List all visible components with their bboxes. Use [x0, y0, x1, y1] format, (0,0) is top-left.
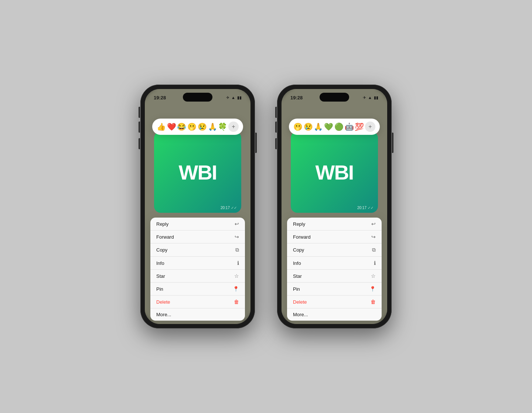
star-icon-right: ☆: [371, 273, 376, 279]
phone-left-screen: 19:28 ✈ ▲ ▮▮ 👍 ❤️ 😂 🫢 😢 🙏 🍀 + WBI 20:17: [145, 89, 250, 324]
emoji-thumbsup[interactable]: 👍: [157, 122, 166, 131]
delete-label-left: Delete: [156, 299, 170, 305]
reply-label-right: Reply: [293, 221, 305, 227]
wifi-icon: ▲: [231, 95, 235, 100]
time-right: 19:28: [290, 95, 303, 100]
emoji-plus-left[interactable]: +: [228, 122, 239, 132]
menu-delete-left[interactable]: Delete 🗑: [150, 296, 245, 308]
pin-label-right: Pin: [293, 286, 300, 292]
wbi-logo-left: WBI: [179, 160, 217, 184]
copy-icon-right: ⧉: [372, 247, 376, 253]
more-label-right: More...: [293, 312, 308, 317]
airplane-icon: ✈: [226, 95, 229, 100]
emoji-green-heart-right[interactable]: 💚: [324, 122, 333, 131]
menu-copy-left[interactable]: Copy ⧉: [150, 243, 245, 257]
star-label-left: Star: [156, 273, 165, 279]
delete-icon-right: 🗑: [371, 299, 376, 305]
phone-left: 19:28 ✈ ▲ ▮▮ 👍 ❤️ 😂 🫢 😢 🙏 🍀 + WBI 20:17: [140, 85, 255, 328]
emoji-cry-right[interactable]: 😢: [304, 122, 313, 131]
emoji-clover[interactable]: 🍀: [218, 122, 227, 131]
pin-label-left: Pin: [156, 286, 163, 292]
menu-forward-right[interactable]: Forward ↪: [287, 231, 382, 243]
pin-icon-right: 📍: [369, 286, 376, 292]
battery-icon-right: ▮▮: [374, 95, 378, 100]
info-icon-left: ℹ: [237, 260, 239, 266]
forward-icon-left: ↪: [235, 234, 239, 240]
wbi-sticker-right: WBI 20:17 ✓✓: [291, 132, 378, 213]
emoji-surprised[interactable]: 🫢: [187, 122, 197, 131]
emoji-green-circle-right[interactable]: 🟢: [334, 122, 344, 131]
emoji-laugh[interactable]: 😂: [177, 122, 186, 131]
reply-icon-left: ↩: [235, 221, 239, 227]
menu-more-left[interactable]: More...: [150, 308, 245, 321]
airplane-icon-right: ✈: [363, 95, 366, 100]
emoji-pray-right[interactable]: 🙏: [314, 122, 323, 131]
menu-star-left[interactable]: Star ☆: [150, 270, 245, 283]
emoji-robot-right[interactable]: 🤖: [345, 122, 354, 131]
delete-label-right: Delete: [293, 299, 307, 305]
menu-delete-right[interactable]: Delete 🗑: [287, 296, 382, 308]
dynamic-island-left: [183, 93, 212, 102]
checkmarks-right: ✓✓: [368, 206, 374, 210]
menu-pin-left[interactable]: Pin 📍: [150, 283, 245, 296]
message-bubble-right: WBI 20:17 ✓✓: [291, 132, 378, 213]
emoji-100-right[interactable]: 💯: [355, 122, 364, 131]
wbi-logo-right: WBI: [316, 160, 354, 184]
copy-icon-left: ⧉: [235, 247, 239, 253]
emoji-heart[interactable]: ❤️: [167, 122, 176, 131]
message-time-right: 20:17 ✓✓: [357, 206, 374, 210]
forward-label-right: Forward: [293, 234, 311, 240]
emoji-bar-right[interactable]: 🫢 😢 🙏 💚 🟢 🤖 💯 +: [289, 119, 380, 135]
info-label-right: Info: [293, 260, 301, 266]
context-menu-left: Reply ↩ Forward ↪ Copy ⧉ Info ℹ Star ☆ P…: [150, 218, 245, 321]
star-icon-left: ☆: [234, 273, 239, 279]
menu-info-left[interactable]: Info ℹ: [150, 257, 245, 270]
menu-info-right[interactable]: Info ℹ: [287, 257, 382, 270]
pin-icon-left: 📍: [233, 286, 239, 292]
reply-label-left: Reply: [156, 221, 168, 227]
status-icons-right: ✈ ▲ ▮▮: [363, 95, 378, 100]
message-bubble-left: WBI 20:17 ✓✓: [154, 132, 241, 213]
menu-copy-right[interactable]: Copy ⧉: [287, 243, 382, 257]
emoji-plus-right[interactable]: +: [365, 122, 375, 132]
more-label-left: More...: [156, 312, 171, 317]
emoji-cry[interactable]: 😢: [198, 122, 207, 131]
star-label-right: Star: [293, 273, 302, 279]
context-menu-right: Reply ↩ Forward ↪ Copy ⧉ Info ℹ Star ☆ P…: [287, 218, 382, 321]
checkmarks-left: ✓✓: [231, 206, 237, 210]
emoji-bar-left[interactable]: 👍 ❤️ 😂 🫢 😢 🙏 🍀 +: [152, 119, 243, 135]
copy-label-left: Copy: [156, 247, 167, 253]
menu-forward-left[interactable]: Forward ↪: [150, 231, 245, 243]
reply-icon-right: ↩: [371, 221, 376, 227]
emoji-surprised-right[interactable]: 🫢: [293, 122, 303, 131]
forward-icon-right: ↪: [371, 234, 376, 240]
info-label-left: Info: [156, 260, 164, 266]
wbi-sticker-left: WBI 20:17 ✓✓: [154, 132, 241, 213]
status-icons-left: ✈ ▲ ▮▮: [226, 95, 242, 100]
emoji-pray[interactable]: 🙏: [208, 122, 217, 131]
battery-icon: ▮▮: [237, 95, 242, 100]
dynamic-island-right: [320, 93, 349, 102]
status-bar-right: 19:28 ✈ ▲ ▮▮: [282, 89, 387, 102]
info-icon-right: ℹ: [374, 260, 376, 266]
message-time-left: 20:17 ✓✓: [221, 206, 237, 210]
status-bar-left: 19:28 ✈ ▲ ▮▮: [145, 89, 250, 102]
menu-pin-right[interactable]: Pin 📍: [287, 283, 382, 296]
copy-label-right: Copy: [293, 247, 304, 253]
phone-right-screen: 19:28 ✈ ▲ ▮▮ 🫢 😢 🙏 💚 🟢 🤖 💯 + WBI 20:17: [282, 89, 387, 324]
delete-icon-left: 🗑: [234, 299, 239, 305]
menu-star-right[interactable]: Star ☆: [287, 270, 382, 283]
menu-reply-left[interactable]: Reply ↩: [150, 218, 245, 231]
time-left: 19:28: [154, 95, 166, 100]
wifi-icon-right: ▲: [368, 95, 372, 100]
menu-more-right[interactable]: More...: [287, 308, 382, 321]
menu-reply-right[interactable]: Reply ↩: [287, 218, 382, 231]
forward-label-left: Forward: [156, 234, 174, 240]
phone-right: 19:28 ✈ ▲ ▮▮ 🫢 😢 🙏 💚 🟢 🤖 💯 + WBI 20:17: [277, 85, 392, 328]
